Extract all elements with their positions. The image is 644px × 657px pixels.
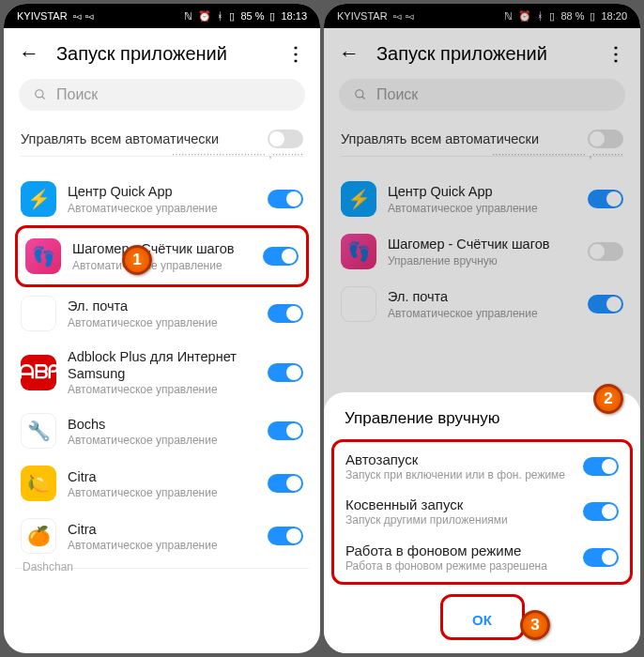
app-name: Эл. почта (68, 298, 256, 314)
sheet-option-sub: Запуск другими приложениями (345, 513, 575, 527)
manual-manage-sheet: Управление вручную АвтозапускЗапуск при … (324, 392, 640, 653)
app-sub: Автоматическое управление (68, 539, 256, 552)
app-text: Шагомер - Счётчик шагов Автоматическое у… (72, 240, 252, 271)
screenshot-right: KYIVSTAR▫◃ ▫◃ ℕ⏰ᚼ▯88 %▯18:20 ← Запуск пр… (324, 4, 640, 653)
ok-button[interactable]: ОК (443, 603, 522, 637)
app-sub: Автоматическое управление (68, 434, 256, 447)
highlight-box-1: 👣 Шагомер - Счётчик шагов Автоматическое… (15, 225, 309, 287)
status-bar: KYIVSTAR▫◃ ▫◃ ℕ⏰ᚼ▯85 %▯18:13 (4, 4, 320, 28)
app-name: Citra (68, 468, 256, 485)
app-toggle[interactable] (268, 474, 303, 493)
back-icon[interactable]: ← (19, 41, 39, 66)
app-row[interactable]: ✉ Эл. почта Автоматическое управление (15, 287, 309, 340)
app-toggle[interactable] (268, 363, 303, 382)
app-sub: Автоматическое управление (68, 486, 256, 499)
app-row[interactable]: 🍋 Citra Автоматическое управление (15, 457, 309, 510)
screenshot-left: KYIVSTAR▫◃ ▫◃ ℕ⏰ᚼ▯85 %▯18:13 ← Запуск пр… (4, 4, 320, 653)
app-icon: 🍊 (21, 518, 56, 554)
sheet-option-sub: Запуск при включении или в фон. режиме (345, 468, 575, 481)
app-text: Citra Автоматическое управление (68, 468, 256, 499)
app-icon: ᗩᗷᑭ (21, 355, 56, 390)
app-text: Эл. почта Автоматическое управление (68, 298, 256, 328)
app-row[interactable]: ⚡ Центр Quick App Автоматическое управле… (15, 173, 309, 225)
svg-line-1 (42, 97, 45, 99)
app-row[interactable]: 👣 Шагомер - Счётчик шагов Автоматическое… (20, 230, 304, 283)
highlight-box-3: ОК (440, 594, 525, 640)
callout-badge-2: 2 (593, 384, 623, 414)
sheet-option-sub: Работа в фоновом режиме разрешена (345, 559, 575, 573)
app-toggle[interactable] (268, 304, 303, 323)
list-cutoff: Dashchan (15, 568, 309, 579)
search-icon (34, 88, 47, 101)
sheet-option-label: Косвенный запуск (345, 497, 575, 512)
app-name: Центр Quick App (68, 183, 256, 200)
app-icon: 👣 (25, 238, 61, 274)
svg-point-0 (36, 90, 43, 98)
app-row[interactable]: 🍊 Citra Автоматическое управление (15, 510, 309, 562)
manage-all-toggle[interactable] (268, 130, 303, 148)
app-sub: Автоматическое управление (68, 316, 256, 329)
app-sub: Автоматическое управление (68, 383, 256, 396)
sheet-option[interactable]: Косвенный запускЗапуск другими приложени… (336, 489, 628, 534)
app-toggle[interactable] (268, 527, 303, 545)
sheet-option[interactable]: Работа в фоновом режимеРабота в фоновом … (336, 535, 628, 580)
highlight-box-2: АвтозапускЗапуск при включении или в фон… (331, 439, 633, 585)
app-sub: Автоматическое управление (68, 202, 256, 215)
sheet-option-label: Автозапуск (345, 451, 575, 467)
app-row[interactable]: 🔧 Bochs Автоматическое управление (15, 405, 309, 457)
app-toggle[interactable] (263, 247, 299, 266)
sheet-option-label: Работа в фоновом режиме (345, 542, 575, 558)
sheet-option-toggle[interactable] (583, 548, 619, 567)
app-sub: Автоматическое управление (72, 259, 252, 272)
callout-badge-1: 1 (122, 245, 152, 275)
sheet-option-toggle[interactable] (583, 457, 619, 476)
divider: ······························ ,········… (21, 156, 303, 173)
app-name: Citra (68, 521, 256, 538)
app-toggle[interactable] (268, 421, 303, 440)
sheet-option-toggle[interactable] (583, 502, 619, 521)
app-row[interactable]: ᗩᗷᑭ Adblock Plus для Интернет Samsung Ав… (15, 340, 309, 405)
page-title: Запуск приложений (56, 43, 269, 65)
app-name: Adblock Plus для Интернет Samsung (68, 348, 256, 382)
app-text: Bochs Автоматическое управление (68, 416, 256, 447)
app-name: Bochs (68, 416, 256, 433)
app-text: Центр Quick App Автоматическое управлени… (68, 183, 256, 214)
sheet-option[interactable]: АвтозапускЗапуск при включении или в фон… (336, 444, 628, 489)
app-icon: 🔧 (21, 413, 56, 449)
app-text: Citra Автоматическое управление (68, 521, 256, 552)
app-list: ⚡ Центр Quick App Автоматическое управле… (4, 173, 320, 653)
sheet-title: Управление вручную (331, 409, 633, 439)
app-header: ← Запуск приложений ⋮ (4, 28, 320, 79)
search-placeholder: Поиск (56, 86, 98, 103)
app-text: Adblock Plus для Интернет Samsung Автома… (68, 348, 256, 396)
app-name: Шагомер - Счётчик шагов (72, 240, 252, 257)
app-icon: 🍋 (21, 466, 56, 501)
search-input[interactable]: Поиск (19, 79, 305, 111)
callout-badge-3: 3 (520, 610, 550, 640)
manage-all-label: Управлять всем автоматически (21, 131, 219, 146)
app-toggle[interactable] (268, 190, 303, 208)
more-icon[interactable]: ⋮ (286, 42, 305, 65)
app-icon: ⚡ (21, 181, 56, 217)
app-icon: ✉ (21, 296, 56, 331)
